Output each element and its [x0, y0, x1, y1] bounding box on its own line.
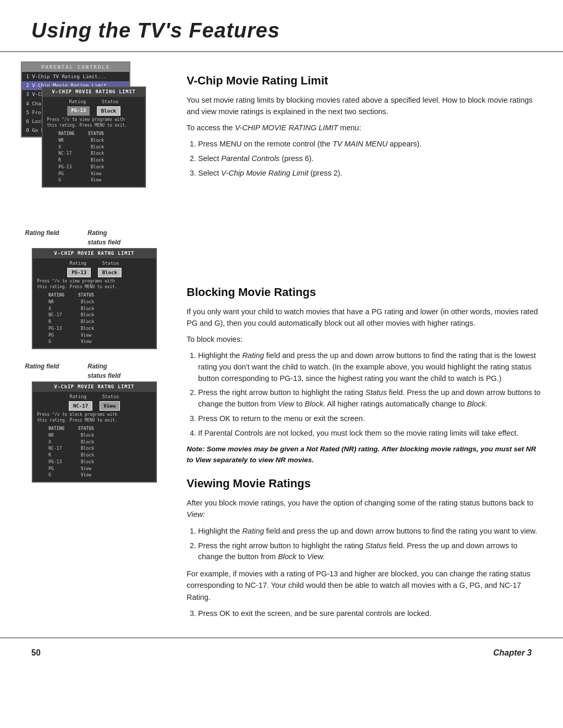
vchip-info-3: Press ^/v to block programs withthis rat… — [33, 411, 156, 424]
page-number: 50 — [31, 647, 41, 659]
screen-group-2: Rating field Ratingstatus field V-CH​IP … — [21, 228, 168, 349]
vchip-values-2: PG-13 Block — [33, 267, 156, 278]
vchip-values-1: PG-13 Block — [43, 106, 145, 116]
status-field-ref-1: Status — [365, 388, 387, 397]
viewing-outro-para: For example, if movies with a rating of … — [187, 568, 542, 603]
vchip-screen-overlay-1: V-CHIP MOVIE RATING LIMIT Rating Status … — [42, 87, 146, 196]
viewing-step-1: Highlight the Rating field and press the… — [198, 526, 542, 537]
right-column: V-Chip Movie Rating Limit You set movie … — [177, 61, 542, 625]
page-header: Using the TV's Features — [0, 0, 563, 52]
vchip-step-1: Press MENU on the remote control (the TV… — [198, 139, 542, 150]
screen-group-3: Rating field Ratingstatus field V-Ch​IP … — [21, 362, 168, 483]
vchip-section: V-Chip Movie Rating Limit You set movie … — [187, 72, 542, 179]
view-ref-1: View — [278, 400, 294, 408]
status-field-label-3: Ratingstatus field — [88, 362, 120, 380]
rating-field-label-3: Rating field — [25, 362, 72, 380]
block-ref-3: Block — [278, 552, 296, 561]
viewing-intro: After you block movie ratings, you have … — [187, 497, 542, 521]
view-ref-2: View: — [187, 510, 205, 519]
parental-controls-title: PARENTAL CONTROLS — [22, 63, 129, 72]
vchip-movie-ref: V-Chip Movie Rating Limit — [221, 169, 308, 177]
status-label-2: Status — [102, 260, 119, 267]
vchip-info-2: Press ^/v to view programs withthis rati… — [33, 278, 156, 291]
rating-label-2: Rating — [69, 260, 87, 267]
rating-field-label-2: Rating field — [25, 228, 72, 247]
blocking-step-2: Press the right arrow button to highligh… — [198, 387, 542, 410]
main-content: PARENTAL CONTROLS 1 V-Chip TV Rating Lim… — [0, 61, 563, 625]
page-footer: 50 Chapter 3 — [0, 637, 563, 668]
rating-value-2: PG-13 — [67, 268, 91, 277]
blocking-step-1: Highlight the Rating field and press the… — [198, 350, 542, 384]
note-text: Note: Some movies may be given a Not Rat… — [187, 444, 542, 465]
viewing-intro-text: After you block movie ratings, you have … — [187, 497, 542, 521]
vchip-info-1: Press ^/v to view programs withthis rati… — [43, 116, 145, 129]
parental-controls-ref: Parental Controls — [221, 154, 279, 163]
blocking-section: Blocking Movie Ratings If you only want … — [187, 283, 542, 465]
vchip-fields-3: Ra​ting Stat​us — [33, 392, 156, 401]
rating-label-3: Ra​ting — [69, 393, 87, 401]
rating-field-ref-1: Rating — [242, 351, 264, 360]
field-labels-2: Rating field Ratingstatus field — [21, 228, 168, 247]
blocking-intro: If you only want your child to watch mov… — [187, 306, 542, 345]
status-label-1: Status — [102, 98, 119, 106]
rating-label-1: Rating — [69, 98, 86, 106]
vchip-table-1: RATINGSTATUS NRBlock XBlock NC-17Block R… — [43, 129, 145, 184]
viewing-section: Viewing Movie Ratings After you block mo… — [187, 475, 542, 620]
block-ref-2: Block. — [467, 400, 488, 408]
vchip-table-3: RATINGSTATUS NRBlock XBlock NC-17Block R… — [33, 424, 156, 479]
status-value-3: View — [100, 401, 120, 411]
vchip-screen-2: V-CH​IP MOVIE RAT​NG LIMIT Rating Status… — [32, 248, 157, 349]
vchip-intro-text: You set movie rating limits by blocking … — [187, 94, 542, 118]
status-field-ref-2: Status — [365, 541, 387, 550]
vchip-section-title: V-Chip Movie Rating Limit — [187, 72, 542, 89]
note-label: Note: — [187, 445, 205, 453]
vchip-intro: You set movie rating limits by blocking … — [187, 94, 542, 133]
viewing-outro-text: For example, if movies with a rating of … — [187, 568, 542, 603]
page-title: Using the TV's Features — [31, 15, 532, 46]
blocking-intro-text: If you only want your child to watch mov… — [187, 306, 542, 329]
chapter-label: Chapter 3 — [493, 647, 532, 659]
vchip-title-3: V-Ch​IP MOVIE RAT​NG LIMIT — [33, 382, 156, 392]
blocking-step-4: If Parental Controls are not locked, you… — [198, 428, 542, 439]
vchip-screen-3: V-Ch​IP MOVIE RAT​NG LIMIT Ra​ting Stat​… — [32, 381, 157, 483]
block-ref-1: Block. — [304, 400, 325, 408]
left-column: PARENTAL CONTROLS 1 V-Chip TV Rating Lim… — [21, 61, 177, 625]
vchip-title-2: V-CH​IP MOVIE RAT​NG LIMIT — [33, 249, 156, 258]
vchip-fields-1: Rating Status — [43, 97, 145, 106]
vchip-steps-list: Press MENU on the remote control (the TV… — [198, 139, 542, 179]
status-value-1: Block — [97, 106, 120, 116]
viewing-step-3: Press OK to exit the screen, and be sure… — [198, 608, 542, 620]
viewing-step3-list: Press OK to exit the screen, and be sure… — [198, 608, 542, 620]
vchip-step-2: Select Parental Controls (press 6). — [198, 153, 542, 165]
status-label-3: Stat​us — [102, 393, 119, 401]
vchip-title-1: V-CHIP MOVIE RATING LIMIT — [43, 88, 145, 97]
blocking-sub-text: To block movies: — [187, 334, 542, 345]
rating-value-1: PG-13 — [67, 106, 90, 116]
viewing-steps-list: Highlight the Rating field and press the… — [198, 526, 542, 563]
screen-group-1: PARENTAL CONTROLS 1 V-Chip TV Rating Lim… — [21, 61, 159, 223]
field-labels-3: Rating field Ratingstatus field — [21, 362, 168, 380]
pm-item-1: 1 V-Chip TV Rating Limit... — [22, 72, 129, 81]
blocking-steps-list: Highlight the Rating field and press the… — [198, 350, 542, 439]
rating-field-ref-2: Rating — [242, 527, 264, 535]
vchip-table-2: RATINGSTATUS NRBlock XBlock NC-17Block R… — [33, 291, 156, 346]
vchip-access-text: To access the V-CHIP MOVIE RATING LIMIT … — [187, 122, 542, 133]
vchip-step-3: Select V-Chip Movie Rating Limit (press … — [198, 168, 542, 179]
view-ref-3: View. — [307, 552, 325, 561]
vchip-menu-name: V-CHIP MOVIE RATING LIMIT — [235, 124, 338, 132]
status-value-2: Block — [98, 268, 121, 277]
vchip-fields-2: Rating Status — [33, 258, 156, 268]
tv-main-menu-ref: TV MAIN MENU — [333, 140, 388, 148]
vchip-values-3: NC-17 View — [33, 401, 156, 411]
viewing-section-title: Viewing Movie Ratings — [187, 475, 542, 492]
status-field-label-2: Ratingstatus field — [88, 228, 120, 247]
blocking-section-title: Blocking Movie Ratings — [187, 283, 542, 301]
viewing-step-2: Press the right arrow button to highligh… — [198, 540, 542, 563]
blocking-step-3: Press OK to return to the menu or exit t… — [198, 413, 542, 425]
note-content: Some movies may be given a Not Rated (NR… — [187, 445, 536, 463]
rating-value-3: NC-17 — [69, 401, 92, 411]
